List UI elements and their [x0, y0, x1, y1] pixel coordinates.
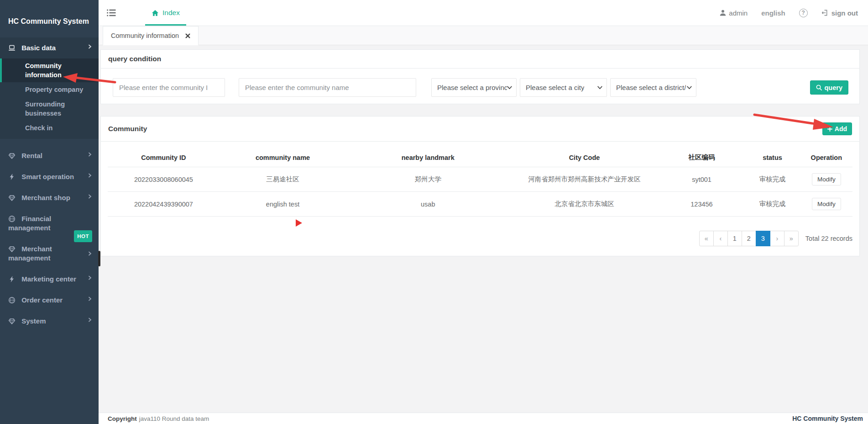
query-button-label: query: [825, 84, 843, 91]
sidebar-item-property-company[interactable]: Property company: [0, 82, 99, 97]
caret-down-icon: [597, 86, 602, 90]
sidebar-item-label: System: [21, 317, 46, 325]
sidebar-item-marketing-center[interactable]: Marketing center: [0, 269, 99, 290]
sidebar-item-label: Merchant shop: [21, 194, 70, 201]
sidebar-item-check-in[interactable]: Check in: [0, 121, 99, 135]
cell-nearby-landmark: 郑州大学: [346, 167, 510, 192]
sidebar-item-rental[interactable]: Rental: [0, 145, 99, 166]
page-first[interactable]: «: [699, 231, 714, 246]
col-community-id: Community ID: [108, 148, 220, 167]
close-icon[interactable]: [185, 33, 190, 38]
community-id-input[interactable]: [113, 78, 225, 97]
globe-icon: [8, 215, 16, 223]
sidebar-item-basic-data[interactable]: Basic data: [0, 37, 99, 58]
tab-index[interactable]: Index: [140, 0, 192, 26]
query-condition-panel: query condition Please select a provinc …: [100, 49, 860, 104]
col-city-code: City Code: [510, 148, 659, 167]
gem-icon: [8, 152, 16, 159]
page-2[interactable]: 2: [742, 231, 756, 246]
home-icon: [152, 10, 159, 16]
sidebar-item-merchant-shop[interactable]: Merchant shop: [0, 187, 99, 208]
community-panel: Community Add Community: [100, 116, 860, 256]
sidebar-item-label: Basic data: [21, 44, 56, 52]
sidebar-item-surrounding-businesses[interactable]: Surrounding businesses: [0, 97, 99, 121]
sidebar-item-label: Rental: [21, 152, 42, 159]
language-switcher[interactable]: english: [761, 9, 785, 17]
tab-label: Community information: [111, 32, 179, 39]
chevron-right-icon: [88, 318, 92, 322]
sidebar-item-label: Surrounding businesses: [25, 101, 65, 117]
modify-button[interactable]: Modify: [812, 173, 841, 186]
cell-city-code: 北京省北京市东城区: [510, 192, 659, 217]
plus-icon: [827, 127, 832, 132]
chevron-right-icon: [88, 251, 92, 256]
footer-copyright-label: Copyright: [108, 415, 137, 422]
query-form: Please select a provinc Please select a …: [101, 69, 859, 104]
modify-button[interactable]: Modify: [812, 198, 841, 210]
caret-down-icon: [507, 86, 512, 90]
table-row: 2022042439390007 english test usab 北京省北京…: [108, 192, 852, 217]
district-select-value: Please select a district/: [616, 84, 686, 91]
chevron-right-icon: [88, 194, 92, 199]
user-icon: [720, 10, 726, 16]
cell-community-id: 2022033008060045: [108, 167, 220, 192]
footer-copyright: Copyrightjava110 Round data team: [108, 415, 209, 422]
cell-community-code: 123456: [659, 192, 745, 217]
navbar-right: admin english ? sign out: [720, 9, 858, 17]
province-select-value: Please select a provinc: [437, 84, 507, 91]
footer: Copyrightjava110 Round data team HC Comm…: [99, 413, 868, 424]
table-row: 2022033008060045 三易途社区 郑州大学 河南省郑州市郑州高新技术…: [108, 167, 852, 192]
page-prev[interactable]: ‹: [713, 231, 728, 246]
tab-community-information[interactable]: Community information: [103, 26, 199, 45]
sidebar-nav-group: Rental Smart operation Merchant shop Fin…: [0, 145, 99, 332]
sidebar-item-smart-operation[interactable]: Smart operation: [0, 166, 99, 187]
sidebar-item-label: Community information: [25, 62, 62, 79]
menu-toggle-icon[interactable]: [107, 9, 116, 16]
cell-community-name: english test: [220, 192, 346, 217]
community-table-wrap: Community ID community name nearby landm…: [101, 142, 859, 217]
city-select[interactable]: Please select a city: [520, 78, 607, 97]
community-panel-header: Community Add: [101, 117, 859, 142]
cell-status: 审核完成: [744, 192, 800, 217]
sign-out-label: sign out: [831, 9, 858, 17]
sidebar-item-label: Marketing center: [21, 275, 76, 283]
sidebar-item-order-center[interactable]: Order center: [0, 290, 99, 311]
col-community-name: community name: [220, 148, 346, 167]
cell-community-code: syt001: [659, 167, 745, 192]
page-last[interactable]: »: [784, 231, 799, 246]
user-menu[interactable]: admin: [720, 9, 748, 17]
cell-community-name: 三易途社区: [220, 167, 346, 192]
page-1[interactable]: 1: [727, 231, 742, 246]
add-button-label: Add: [835, 125, 847, 132]
page-3-active[interactable]: 3: [756, 231, 770, 246]
pagination: « ‹ 1 2 3 › »: [699, 231, 799, 246]
sidebar-item-label: Property company: [25, 86, 83, 93]
community-panel-title: Community: [108, 125, 147, 133]
sign-out-button[interactable]: sign out: [821, 9, 858, 17]
col-status: status: [744, 148, 800, 167]
sidebar-resize-handle[interactable]: [98, 251, 100, 266]
cell-status: 审核完成: [744, 167, 800, 192]
query-button[interactable]: query: [810, 80, 849, 95]
community-name-input[interactable]: [239, 78, 416, 97]
sidebar-item-system[interactable]: System: [0, 311, 99, 332]
sidebar-item-financial-management[interactable]: Financial management HOT: [0, 208, 99, 238]
sidebar-item-community-information[interactable]: Community information: [0, 58, 99, 82]
page-next[interactable]: ›: [770, 231, 784, 246]
help-icon[interactable]: ?: [799, 9, 808, 17]
gem-icon: [8, 318, 16, 325]
district-select[interactable]: Please select a district/: [610, 78, 696, 97]
bolt-icon: [8, 173, 16, 180]
sidebar-item-merchant-management[interactable]: Merchant management: [0, 238, 99, 269]
cell-community-id: 2022042439390007: [108, 192, 220, 217]
add-button[interactable]: Add: [822, 122, 852, 135]
province-select[interactable]: Please select a provinc: [431, 78, 517, 97]
search-icon: [816, 85, 822, 90]
globe-icon: [8, 297, 16, 304]
laptop-icon: [8, 44, 16, 52]
table-header-row: Community ID community name nearby landm…: [108, 148, 852, 167]
gem-icon: [8, 245, 16, 253]
panel-gap: [100, 104, 860, 116]
sidebar: HC Community System Basic data Community…: [0, 0, 99, 424]
chevron-right-icon: [88, 173, 92, 178]
